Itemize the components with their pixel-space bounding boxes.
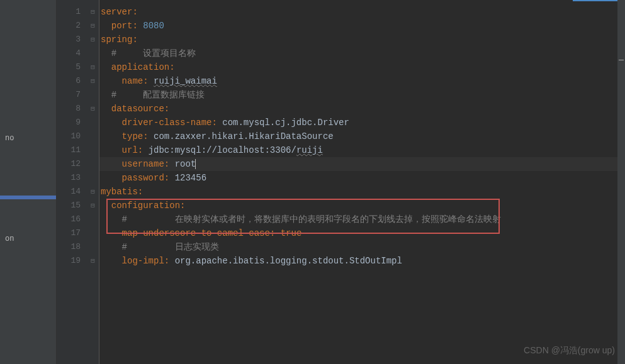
code-line[interactable]: mybatis: (99, 185, 625, 199)
scrollbar-track[interactable] (617, 0, 625, 364)
code-line[interactable]: url: jdbc:mysql://localhost:3306/ruiji (99, 143, 625, 157)
line-number[interactable]: 18 (57, 240, 87, 254)
code-line[interactable]: # 日志实现类 (99, 240, 625, 254)
code-line[interactable]: application: (99, 60, 625, 74)
line-number[interactable]: 13 (57, 171, 87, 185)
fold-marker[interactable]: ⊟ (87, 5, 99, 19)
fold-marker[interactable] (87, 116, 99, 130)
code-line[interactable]: type: com.zaxxer.hikari.HikariDataSource (99, 130, 625, 143)
line-number[interactable]: 19 (57, 254, 87, 268)
code-editor[interactable]: server: port: 8080spring: # 设置项目名称 appli… (99, 0, 625, 364)
fold-marker[interactable] (87, 157, 99, 171)
line-number[interactable]: 6 (57, 74, 87, 88)
line-number[interactable]: 17 (57, 226, 87, 240)
code-line[interactable]: map-underscore-to-camel-case: true (99, 226, 625, 240)
fold-gutter[interactable]: ⊟⊟⊟⊟⊟⊟⊟⊟⊟ (87, 0, 99, 364)
line-number[interactable]: 1 (57, 5, 87, 19)
fold-marker[interactable]: ⊟ (87, 199, 99, 212)
scrollbar-thumb[interactable] (619, 60, 624, 60)
fold-marker[interactable] (87, 130, 99, 143)
fold-marker[interactable]: ⊟ (87, 74, 99, 88)
line-number[interactable]: 10 (57, 130, 87, 143)
code-line[interactable]: port: 8080 (99, 19, 625, 33)
code-line[interactable]: # 在映射实体或者时，将数据库中的表明和字段名的下划线去掉，按照驼峰命名法映射 (99, 212, 625, 226)
fold-marker[interactable] (87, 226, 99, 240)
line-number[interactable]: 2 (57, 19, 87, 33)
line-number-gutter: 12345678910111213141516171819 (57, 0, 87, 364)
line-number[interactable]: 4 (57, 47, 87, 60)
fold-marker[interactable] (87, 88, 99, 102)
line-number[interactable]: 11 (57, 143, 87, 157)
code-line[interactable]: # 设置项目名称 (99, 47, 625, 60)
line-number[interactable]: 8 (57, 102, 87, 116)
code-line[interactable]: datasource: (99, 102, 625, 116)
sidebar-item[interactable]: on (1, 233, 18, 245)
fold-marker[interactable] (87, 171, 99, 185)
code-line[interactable]: configuration: (99, 199, 625, 212)
line-number[interactable]: 5 (57, 60, 87, 74)
code-line[interactable]: password: 123456 (99, 171, 625, 185)
fold-marker[interactable] (87, 212, 99, 226)
fold-marker[interactable]: ⊟ (87, 102, 99, 116)
sidebar-item-selected[interactable] (0, 196, 56, 199)
line-number[interactable]: 7 (57, 88, 87, 102)
fold-marker[interactable] (87, 143, 99, 157)
fold-marker[interactable] (87, 47, 99, 60)
fold-marker[interactable]: ⊟ (87, 60, 99, 74)
code-line[interactable]: name: ruiji_waimai (99, 74, 625, 88)
sidebar-item[interactable]: no (1, 132, 18, 145)
code-line[interactable]: # 配置数据库链接 (99, 88, 625, 102)
code-line[interactable]: server: (99, 5, 625, 19)
code-line[interactable]: driver-class-name: com.mysql.cj.jdbc.Dri… (99, 116, 625, 130)
code-line[interactable]: log-impl: org.apache.ibatis.logging.stdo… (99, 254, 625, 268)
watermark: CSDN @冯浩(grow up) (524, 345, 615, 356)
line-number[interactable]: 15 (57, 199, 87, 212)
line-number[interactable]: 16 (57, 212, 87, 226)
code-line[interactable]: spring: (99, 33, 625, 47)
fold-marker[interactable]: ⊟ (87, 33, 99, 47)
line-number[interactable]: 3 (57, 33, 87, 47)
fold-marker[interactable]: ⊟ (87, 254, 99, 268)
fold-marker[interactable]: ⊟ (87, 19, 99, 33)
fold-marker[interactable]: ⊟ (87, 185, 99, 199)
project-sidebar[interactable]: no on (0, 0, 57, 364)
line-number[interactable]: 14 (57, 185, 87, 199)
fold-marker[interactable] (87, 240, 99, 254)
code-line[interactable]: username: root (99, 157, 625, 171)
line-number[interactable]: 9 (57, 116, 87, 130)
line-number[interactable]: 12 (57, 157, 87, 171)
